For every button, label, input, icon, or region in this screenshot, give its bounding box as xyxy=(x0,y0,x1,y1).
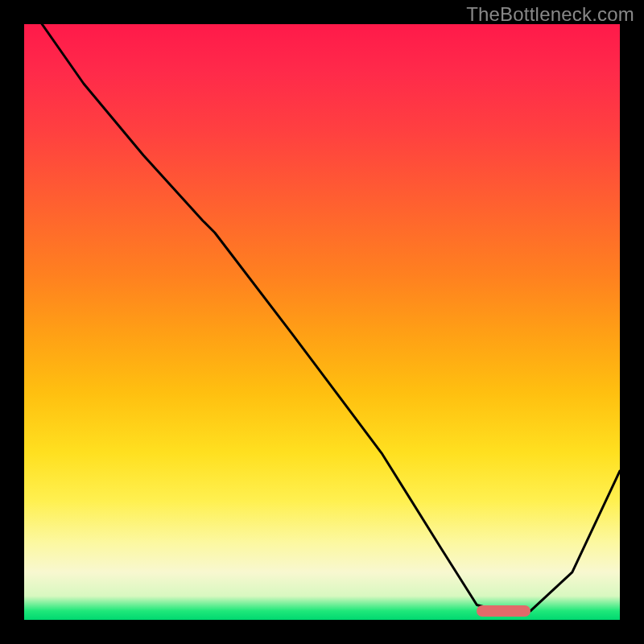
bottleneck-curve xyxy=(24,24,620,620)
chart-plot-area xyxy=(24,24,620,620)
watermark-text: TheBottleneck.com xyxy=(466,3,634,26)
optimal-range-marker xyxy=(477,605,530,617)
